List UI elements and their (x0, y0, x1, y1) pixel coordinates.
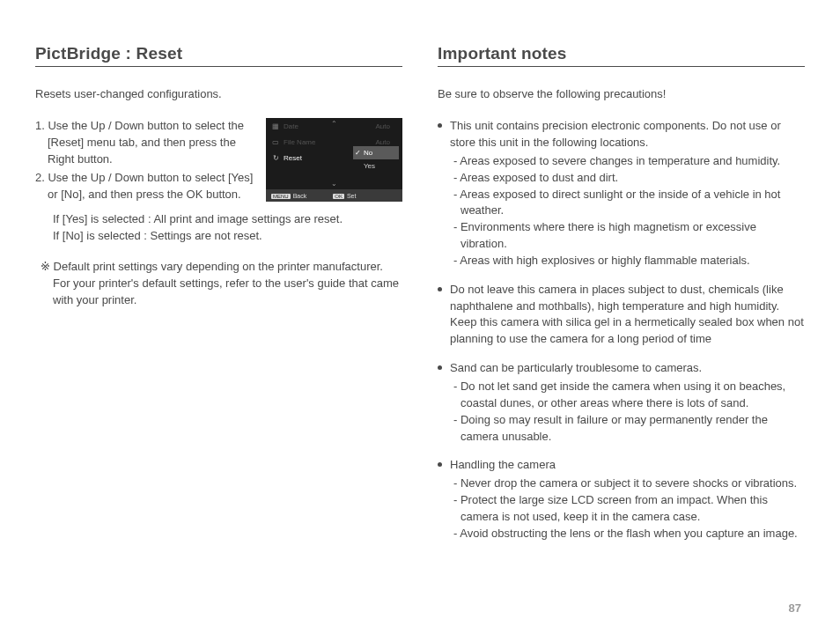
right-column: Important notes Be sure to observe the f… (438, 44, 805, 555)
left-column: PictBridge : Reset Resets user-changed c… (35, 44, 402, 555)
note-item: This unit contains precision electronic … (438, 118, 805, 269)
right-intro: Be sure to observe the following precaut… (438, 86, 805, 102)
note-subitem: - Environments where there is high magne… (450, 219, 805, 253)
note-sublist: - Areas exposed to severe changes in tem… (450, 153, 805, 269)
heading-pictbridge-reset: PictBridge : Reset (35, 44, 402, 67)
note-subitem: - Areas exposed to dust and dirt. (450, 170, 805, 187)
note-subitem: - Protect the large size LCD screen from… (450, 492, 805, 526)
menu-btn-back: MENU (271, 194, 291, 199)
note-subitem: - Areas exposed to severe changes in tem… (450, 153, 805, 170)
page-number: 87 (789, 601, 801, 615)
note-subitem: - Never drop the camera or subject it to… (450, 476, 805, 492)
note-item: Do not leave this camera in places subje… (438, 282, 805, 348)
menu-row-date-value: Auto (376, 122, 397, 130)
step-1: 1. Use the Up / Down button to select th… (35, 118, 257, 168)
menu-options: No Yes (353, 146, 399, 173)
note-text: Do not leave this camera in places subje… (450, 282, 805, 348)
left-intro: Resets user-changed configurations. (35, 86, 402, 102)
option-no: No (353, 146, 399, 159)
steps-list: 1. Use the Up / Down button to select th… (35, 118, 257, 204)
condition-yes: If [Yes] is selected : All print and ima… (53, 211, 402, 228)
note-text: This unit contains precision electronic … (450, 118, 805, 151)
notes-list: This unit contains precision electronic … (438, 118, 805, 542)
menu-btn-set: OK (333, 194, 344, 199)
menu-row-date: Date (284, 122, 372, 130)
condition-no: If [No] is selected : Settings are not r… (53, 228, 402, 245)
note-subitem: - Avoid obstructing the lens or the flas… (450, 526, 805, 542)
file-icon: ▭ (271, 137, 280, 146)
note-text: Sand can be particularly troublesome to … (450, 360, 805, 377)
note-item: Sand can be particularly troublesome to … (438, 360, 805, 445)
option-yes: Yes (353, 159, 399, 173)
note-subitem: - Areas exposed to direct sunlight or th… (450, 187, 805, 220)
note-sublist: - Do not let sand get inside the camera … (450, 379, 805, 445)
note-item: Handling the camera- Never drop the came… (438, 457, 805, 542)
down-arrow-icon: ⌄ (331, 180, 337, 188)
note-subitem: - Doing so may result in failure or may … (450, 412, 805, 446)
heading-important-notes: Important notes (438, 44, 805, 67)
footer-back: Back (293, 193, 307, 199)
footer-set: Set (347, 193, 357, 199)
note-subitem: - Areas with high explosives or highly f… (450, 253, 805, 269)
note-sublist: - Never drop the camera or subject it to… (450, 476, 805, 542)
step-2: 2. Use the Up / Down button to select [Y… (35, 170, 257, 203)
conditions: If [Yes] is selected : All print and ima… (35, 211, 402, 245)
menu-row-filename-value: Auto (376, 138, 397, 146)
note-subitem: - Do not let sand get inside the camera … (450, 379, 805, 412)
calendar-icon: ▦ (271, 122, 280, 130)
left-footnote: ※ Default print settings vary depending … (35, 259, 402, 309)
reset-icon: ↻ (271, 153, 280, 162)
menu-row-filename: File Name (284, 138, 372, 146)
camera-menu-screenshot: ⌃ ▦ Date Auto ▭ File Name Auto ↻ Reset N… (266, 118, 402, 202)
note-text: Handling the camera (450, 457, 805, 474)
